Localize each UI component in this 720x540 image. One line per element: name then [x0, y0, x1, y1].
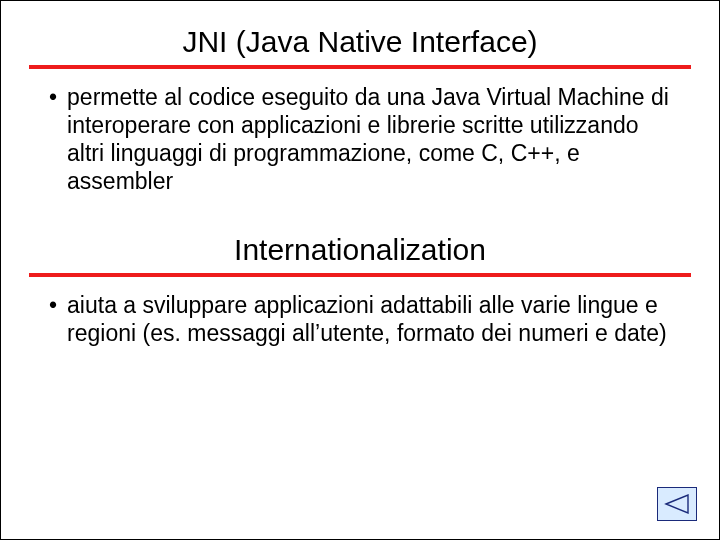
section-heading-2: Internationalization [29, 233, 691, 267]
bullet-text-1: permette al codice eseguito da una Java … [67, 83, 679, 195]
bullet-block-1: • permette al codice eseguito da una Jav… [29, 83, 691, 195]
list-item: • permette al codice eseguito da una Jav… [49, 83, 679, 195]
svg-marker-0 [666, 495, 688, 513]
divider-1 [29, 65, 691, 69]
section-heading-1: JNI (Java Native Interface) [29, 25, 691, 59]
bullet-dot-icon: • [49, 291, 67, 319]
divider-2 [29, 273, 691, 277]
arrow-left-icon [664, 494, 690, 514]
bullet-block-2: • aiuta a sviluppare applicazioni adatta… [29, 291, 691, 347]
list-item: • aiuta a sviluppare applicazioni adatta… [49, 291, 679, 347]
bullet-dot-icon: • [49, 83, 67, 111]
previous-slide-button[interactable] [657, 487, 697, 521]
bullet-text-2: aiuta a sviluppare applicazioni adattabi… [67, 291, 679, 347]
